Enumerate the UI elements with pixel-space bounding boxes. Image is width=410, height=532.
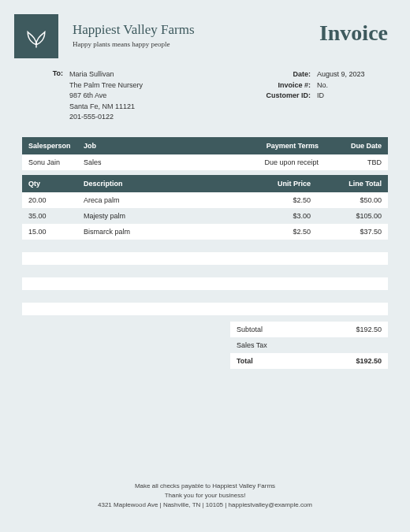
items-table: Qty Description Unit Price Line Total 20… bbox=[22, 175, 388, 315]
job: Sales bbox=[77, 154, 230, 170]
grand-label: Total bbox=[237, 357, 326, 365]
subtotal-value: $192.50 bbox=[326, 326, 382, 333]
document-title: Invoice bbox=[319, 14, 388, 46]
subtotal-row: Subtotal $192.50 bbox=[230, 322, 388, 337]
th-qty: Qty bbox=[22, 175, 77, 192]
unit: $3.00 bbox=[246, 208, 317, 224]
footer-line2: Thank you for your business! bbox=[0, 491, 410, 500]
grand-row: Total $192.50 bbox=[230, 353, 388, 369]
date-label: Date: bbox=[246, 69, 317, 80]
th-total: Line Total bbox=[317, 175, 388, 192]
th-unit: Unit Price bbox=[246, 175, 317, 192]
custid-value: ID bbox=[317, 91, 388, 102]
header: Happiest Valley Farms Happy plants means… bbox=[0, 0, 410, 65]
empty-row bbox=[22, 277, 388, 290]
item-row: 15.00 Bismarck palm $2.50 $37.50 bbox=[22, 224, 388, 240]
custid-label: Customer ID: bbox=[246, 91, 317, 102]
bill-to-line4: 201-555-0122 bbox=[69, 112, 143, 123]
total: $37.50 bbox=[317, 224, 388, 240]
total: $105.00 bbox=[317, 208, 388, 224]
company-block: Happiest Valley Farms Happy plants means… bbox=[73, 14, 319, 48]
total: $50.00 bbox=[317, 192, 388, 208]
invno-value: No. bbox=[317, 80, 388, 91]
th-job: Job bbox=[77, 137, 230, 154]
desc: Areca palm bbox=[77, 192, 246, 208]
empty-row bbox=[22, 265, 388, 277]
sales-table: Salesperson Job Payment Terms Due Date S… bbox=[22, 137, 388, 170]
bill-to-name: Maria Sullivan bbox=[69, 69, 143, 80]
terms: Due upon receipt bbox=[230, 154, 325, 170]
invno-label: Invoice #: bbox=[246, 80, 317, 91]
logo bbox=[14, 14, 58, 58]
qty: 15.00 bbox=[22, 224, 77, 240]
meta-row: To: Maria Sullivan The Palm Tree Nursery… bbox=[0, 65, 410, 137]
empty-row bbox=[22, 240, 388, 252]
unit: $2.50 bbox=[246, 192, 317, 208]
th-salesperson: Salesperson bbox=[22, 137, 77, 154]
item-row: 20.00 Areca palm $2.50 $50.00 bbox=[22, 192, 388, 208]
item-row: 35.00 Majesty palm $3.00 $105.00 bbox=[22, 208, 388, 224]
sales-row: Sonu Jain Sales Due upon receipt TBD bbox=[22, 154, 388, 170]
totals: Subtotal $192.50 Sales Tax Total $192.50 bbox=[230, 322, 388, 369]
tax-label: Sales Tax bbox=[237, 341, 326, 349]
desc: Bismarck palm bbox=[77, 224, 246, 240]
empty-row bbox=[22, 303, 388, 315]
invoice-meta: Date:August 9, 2023 Invoice #:No. Custom… bbox=[246, 69, 388, 123]
tax-value bbox=[326, 341, 382, 349]
due: TBD bbox=[325, 154, 388, 170]
th-due: Due Date bbox=[325, 137, 388, 154]
bill-to-line3: Santa Fe, NM 11121 bbox=[69, 102, 143, 113]
company-tagline: Happy plants means happy people bbox=[73, 40, 319, 48]
bill-to-body: Maria Sullivan The Palm Tree Nursery 987… bbox=[69, 69, 143, 123]
grand-value: $192.50 bbox=[326, 357, 382, 365]
footer-line3: 4321 Maplewood Ave | Nashville, TN | 101… bbox=[0, 500, 410, 510]
bill-to-line2: 987 6th Ave bbox=[69, 91, 143, 102]
qty: 20.00 bbox=[22, 192, 77, 208]
bill-to-line1: The Palm Tree Nursery bbox=[69, 80, 143, 91]
unit: $2.50 bbox=[246, 224, 317, 240]
qty: 35.00 bbox=[22, 208, 77, 224]
empty-row bbox=[22, 290, 388, 303]
date-value: August 9, 2023 bbox=[317, 69, 388, 80]
desc: Majesty palm bbox=[77, 208, 246, 224]
salesperson: Sonu Jain bbox=[22, 154, 77, 170]
company-name: Happiest Valley Farms bbox=[73, 22, 319, 38]
footer-line1: Make all checks payable to Happiest Vall… bbox=[0, 482, 410, 491]
footer: Make all checks payable to Happiest Vall… bbox=[0, 482, 410, 510]
tax-row: Sales Tax bbox=[230, 337, 388, 353]
bill-to-label: To: bbox=[22, 69, 69, 123]
empty-row bbox=[22, 252, 388, 265]
th-desc: Description bbox=[77, 175, 246, 192]
th-terms: Payment Terms bbox=[230, 137, 325, 154]
leaf-icon bbox=[22, 22, 50, 50]
bill-to: To: Maria Sullivan The Palm Tree Nursery… bbox=[22, 69, 246, 123]
subtotal-label: Subtotal bbox=[237, 326, 326, 333]
